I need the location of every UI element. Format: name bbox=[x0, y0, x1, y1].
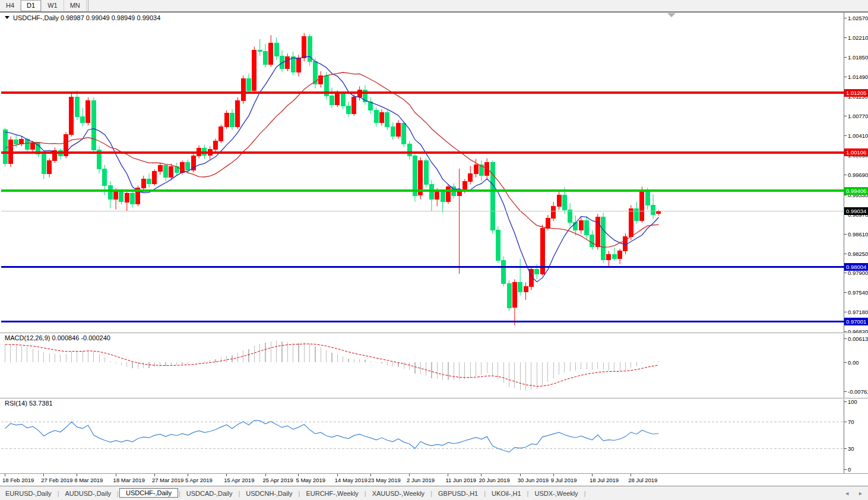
chart-tab-usdcad[interactable]: USDCAD-,Daily bbox=[181, 489, 238, 498]
tf-button-h4[interactable]: H4 bbox=[0, 0, 21, 11]
rsi-scale-label: 70 bbox=[848, 419, 854, 425]
chart-tab-usdcnh[interactable]: USDCNH-,Daily bbox=[240, 489, 297, 498]
symbol-tab-bar: EURUSD-,Daily|AUDUSD-,Daily|USDCHF-,Dail… bbox=[0, 486, 868, 500]
price-tick-label: 0.97540 bbox=[848, 289, 868, 296]
date-label: 27 Mar 2019 bbox=[152, 477, 183, 483]
tf-button-mn[interactable]: MN bbox=[64, 0, 87, 11]
svg-text:0.97001: 0.97001 bbox=[846, 318, 866, 325]
date-label: 5 Apr 2019 bbox=[185, 477, 213, 483]
tabs-scroll-right-icon[interactable]: ► bbox=[858, 490, 863, 496]
chart-canvas[interactable]: 1.025701.022101.018501.014901.011301.007… bbox=[0, 12, 868, 486]
rsi-scale-label: 0 bbox=[848, 466, 851, 473]
date-label: 28 Jul 2019 bbox=[628, 477, 657, 483]
price-badge-0.99034: 0.99034 bbox=[844, 207, 868, 215]
svg-text:0.98004: 0.98004 bbox=[846, 264, 866, 270]
price-tick-label: 1.02210 bbox=[848, 34, 868, 41]
tab-separator: | bbox=[584, 490, 587, 497]
trading-terminal: H4D1W1MN 1.025701.022101.018501.014901.0… bbox=[0, 0, 868, 500]
svg-text:0.99406: 0.99406 bbox=[846, 188, 866, 194]
tabs-scroll-left-icon[interactable]: ◄ bbox=[844, 490, 850, 496]
price-badge-1.00106: 1.00106 bbox=[844, 148, 868, 156]
tf-button-w1[interactable]: W1 bbox=[42, 0, 64, 11]
price-tick-label: 0.96820 bbox=[848, 328, 868, 335]
macd-scale-label: -0.007612 bbox=[848, 388, 868, 395]
chart-tab-eurchf[interactable]: EURCHF-,Weekly bbox=[300, 489, 363, 498]
price-tick-label: 1.00770 bbox=[848, 113, 868, 119]
date-label: 2 Jun 2019 bbox=[407, 477, 435, 483]
timeframe-toolbar: H4D1W1MN bbox=[0, 0, 868, 12]
date-label: 8 Mar 2019 bbox=[74, 477, 103, 483]
date-label: 14 May 2019 bbox=[335, 477, 368, 483]
date-label: 25 Apr 2019 bbox=[263, 477, 293, 483]
price-tick-label: 0.99690 bbox=[848, 172, 868, 178]
macd-label: MACD(12,26,9) 0.000846 -0.000240 bbox=[5, 334, 110, 341]
svg-text:1.01205: 1.01205 bbox=[846, 90, 866, 96]
macd-scale-label: 0.00613 bbox=[848, 336, 868, 342]
price-tick-label: 1.01850 bbox=[848, 54, 868, 61]
date-label: 9 Jul 2019 bbox=[551, 477, 577, 483]
chart-tab-gbpusd[interactable]: GBPUSD-,H1 bbox=[433, 489, 483, 498]
toolbar-separator bbox=[88, 0, 88, 11]
price-tick-label: 0.98250 bbox=[848, 251, 868, 257]
date-label: 27 Feb 2019 bbox=[41, 477, 72, 483]
chart-tab-eurusd[interactable]: EURUSD-,Daily bbox=[0, 489, 57, 498]
chart-tab-xauusd[interactable]: XAUUSD-,Weekly bbox=[367, 489, 430, 498]
rsi-scale-label: 30 bbox=[848, 445, 854, 452]
svg-text:0.99034: 0.99034 bbox=[846, 208, 866, 214]
price-tick-label: 1.00410 bbox=[848, 132, 868, 139]
tf-button-d1[interactable]: D1 bbox=[21, 0, 42, 11]
date-label: 11 Jun 2019 bbox=[445, 477, 476, 483]
date-label: 18 Feb 2019 bbox=[2, 477, 34, 483]
date-label: 18 Mar 2019 bbox=[113, 477, 145, 483]
macd-scale-label: 0.00 bbox=[848, 359, 859, 366]
chart-title-ohlc: USDCHF-,Daily 0.98987 0.99049 0.98949 0.… bbox=[13, 14, 160, 21]
chart-background bbox=[0, 12, 868, 486]
chart-tab-audusd[interactable]: AUDUSD-,Daily bbox=[59, 489, 116, 498]
price-tick-label: 1.02570 bbox=[848, 15, 868, 21]
date-label: 23 May 2019 bbox=[368, 477, 401, 483]
price-badge-1.01205: 1.01205 bbox=[844, 89, 868, 97]
chart-window: 1.025701.022101.018501.014901.011301.007… bbox=[0, 12, 868, 486]
date-label: 30 Jun 2019 bbox=[518, 477, 549, 483]
chart-tab-usdchf[interactable]: USDCHF-,Daily bbox=[119, 488, 178, 498]
svg-text:1.00106: 1.00106 bbox=[846, 149, 866, 156]
chart-tab-ukoil[interactable]: UKOil-,H1 bbox=[486, 489, 527, 498]
chart-tab-usdx[interactable]: USDX-,Weekly bbox=[529, 489, 583, 498]
rsi-scale-label: 100 bbox=[848, 398, 857, 405]
price-badge-0.98004: 0.98004 bbox=[844, 263, 868, 271]
date-label: 15 Apr 2019 bbox=[224, 477, 254, 483]
price-tick-label: 0.98610 bbox=[848, 231, 868, 238]
price-badge-0.97001: 0.97001 bbox=[844, 318, 868, 325]
date-label: 5 May 2019 bbox=[296, 477, 325, 483]
price-tick-label: 1.01490 bbox=[848, 74, 868, 80]
date-label: 18 Jul 2019 bbox=[590, 477, 619, 483]
rsi-label: RSI(14) 53.7381 bbox=[5, 400, 53, 407]
price-badge-0.99406: 0.99406 bbox=[844, 187, 868, 195]
date-label: 20 Jun 2019 bbox=[479, 477, 509, 483]
price-tick-label: 0.97180 bbox=[848, 309, 868, 315]
